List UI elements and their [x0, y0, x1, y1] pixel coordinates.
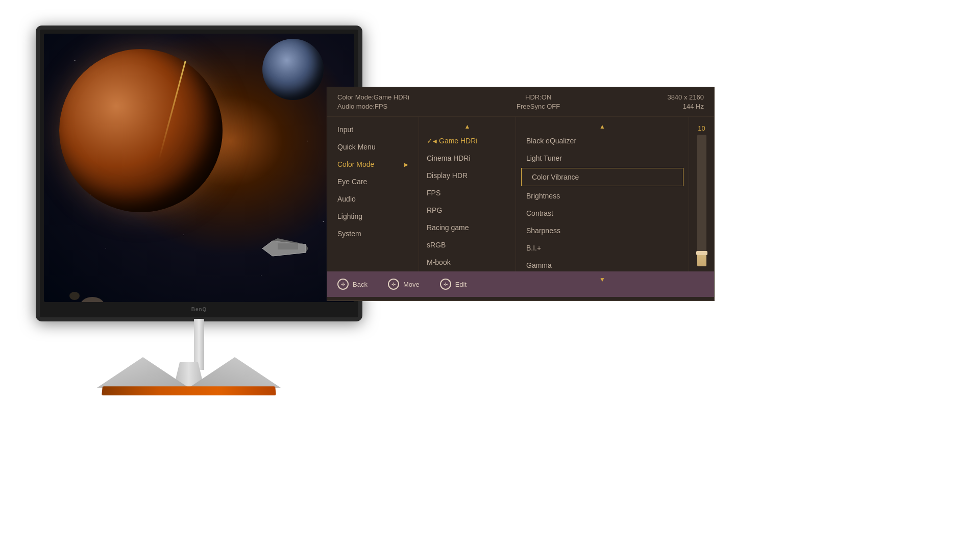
header-right: 3840 x 2160 144 Hz [667, 93, 704, 110]
col2-item-rpg[interactable]: RPG [419, 202, 516, 219]
edit-icon: ✛ [440, 279, 451, 290]
col2-item-cinemahdr[interactable]: Cinema HDRi [419, 149, 516, 167]
svg-marker-3 [306, 244, 308, 253]
col3-item-lighttuner[interactable]: Light Tuner [516, 149, 689, 167]
color-mode-label: Color Mode:Game HDRi [337, 93, 409, 101]
osd-menu: Color Mode:Game HDRi Audio mode:FPS HDR:… [327, 87, 715, 301]
header-left: Color Mode:Game HDRi Audio mode:FPS [337, 93, 409, 110]
col3-item-brightness[interactable]: Brightness [516, 187, 689, 205]
refresh-rate-label: 144 Hz [683, 103, 704, 110]
hdr-label: HDR:ON [525, 93, 551, 101]
menu-item-colormode[interactable]: Color Mode ▶ [327, 156, 419, 173]
col3-item-contrast[interactable]: Contrast [516, 205, 689, 222]
col3-arrow-down: ▼ [516, 274, 689, 285]
menu-item-lighting[interactable]: Lighting [327, 208, 419, 225]
header-center: HDR:ON FreeSync OFF [517, 93, 560, 110]
col2-item-fps[interactable]: FPS [419, 184, 516, 202]
move-label: Move [403, 281, 420, 288]
col2-arrow-up: ▲ [419, 121, 516, 132]
settings-column: ▲ Black eQualizer Light Tuner Color Vibr… [516, 117, 689, 271]
edit-label: Edit [455, 281, 467, 288]
colormode-arrow: ▶ [404, 162, 408, 167]
slider-fill [697, 253, 706, 266]
check-icon: ✓ [427, 137, 433, 145]
monitor-screen [44, 34, 354, 302]
stand-base [97, 362, 281, 388]
main-menu-column: Input Quick Menu Color Mode ▶ Eye Care A… [327, 117, 419, 271]
slider-track [697, 135, 706, 266]
col3-item-blackeq[interactable]: Black eQualizer [516, 132, 689, 149]
move-icon: ✛ [388, 279, 399, 290]
col3-item-sharpness[interactable]: Sharpness [516, 222, 689, 239]
col3-arrow-up: ▲ [516, 121, 689, 132]
menu-item-eyecare[interactable]: Eye Care [327, 173, 419, 190]
color-mode-submenu: ▲ ✓ ◀ Game HDRi Cinema HDRi Display HDR … [419, 117, 516, 271]
footer-back[interactable]: ✛ Back [337, 279, 368, 290]
audio-mode-label: Audio mode:FPS [337, 103, 409, 110]
monitor: BenQ [20, 26, 378, 510]
col3-item-colorvibrance[interactable]: Color Vibrance [521, 168, 683, 186]
freesync-label: FreeSync OFF [517, 103, 560, 110]
col2-item-displayhdr[interactable]: Display HDR [419, 167, 516, 184]
menu-item-audio[interactable]: Audio [327, 190, 419, 208]
resolution-label: 3840 x 2160 [667, 93, 704, 101]
menu-item-system[interactable]: System [327, 225, 419, 242]
value-slider[interactable]: 10 [697, 119, 706, 271]
col3-item-gamma[interactable]: Gamma [516, 257, 689, 274]
osd-header: Color Mode:Game HDRi Audio mode:FPS HDR:… [327, 87, 714, 117]
back-icon: ✛ [337, 279, 349, 290]
slider-thumb [696, 251, 707, 255]
footer-move[interactable]: ✛ Move [388, 279, 420, 290]
col2-item-gamehdr[interactable]: ✓ ◀ Game HDRi [419, 132, 516, 149]
col2-item-srgb[interactable]: sRGB [419, 236, 516, 254]
col2-item-racing[interactable]: Racing game [419, 219, 516, 236]
menu-item-quickmenu[interactable]: Quick Menu [327, 138, 419, 156]
monitor-bezel: BenQ [36, 26, 362, 321]
slider-column: 10 [689, 117, 714, 271]
osd-content: Input Quick Menu Color Mode ▶ Eye Care A… [327, 117, 714, 271]
footer-edit[interactable]: ✛ Edit [440, 279, 467, 290]
col2-item-mbook[interactable]: M-book [419, 254, 516, 271]
col3-item-bi[interactable]: B.I.+ [516, 239, 689, 257]
brand-logo: BenQ [191, 307, 207, 312]
svg-rect-2 [278, 243, 298, 249]
col2-arrow-icon: ◀ [433, 138, 437, 144]
slider-value: 10 [698, 124, 705, 132]
menu-item-input[interactable]: Input [327, 121, 419, 138]
back-label: Back [353, 281, 368, 288]
